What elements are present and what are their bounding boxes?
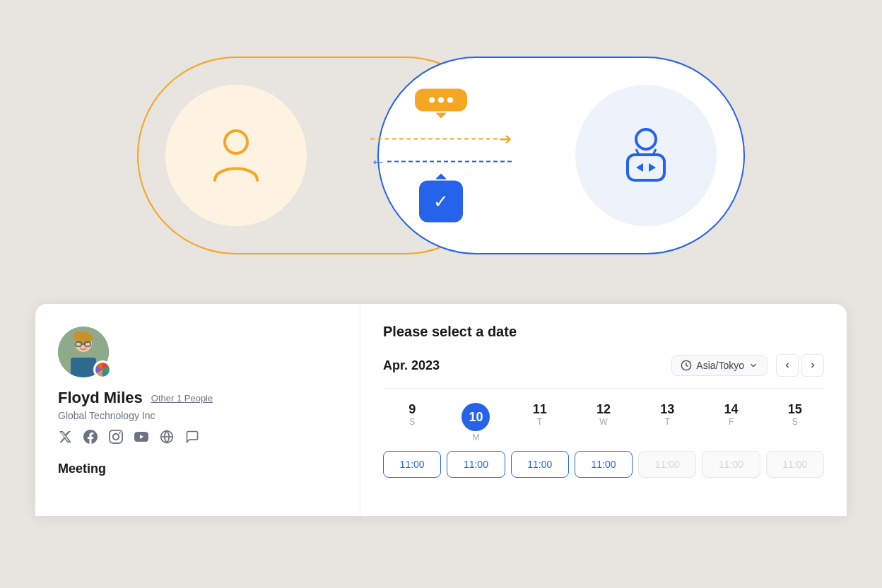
globe-icon[interactable]: [160, 430, 174, 447]
timezone-selector[interactable]: Asia/Tokyo: [671, 355, 768, 376]
youtube-icon[interactable]: [134, 430, 148, 447]
day-12[interactable]: 12 W: [575, 403, 633, 442]
center-interaction: ➔ ← ✓: [370, 89, 512, 223]
person-icon-orange: [208, 124, 264, 187]
time-slot-1[interactable]: 11:00: [447, 451, 505, 478]
day-letter-10: M: [447, 433, 505, 442]
dot1: [429, 98, 435, 103]
svg-point-0: [225, 131, 247, 153]
time-slot-5: 11:00: [702, 451, 760, 478]
instagram-icon[interactable]: [109, 430, 123, 447]
twitter-icon[interactable]: [58, 430, 72, 447]
day-letter-9: S: [383, 417, 441, 427]
day-num-13: 13: [638, 403, 696, 416]
badge-icon: [93, 360, 112, 379]
check-bubble-blue: ✓: [419, 181, 463, 223]
chevron-down-icon: [748, 360, 758, 370]
social-icons-row: [58, 430, 337, 447]
checkmark-icon: ✓: [433, 191, 449, 213]
svg-point-8: [74, 331, 82, 341]
hero-section: ➔ ← ✓: [0, 0, 882, 304]
right-avatar-circle: [575, 85, 717, 226]
day-num-14: 14: [702, 403, 760, 416]
calendar-header: Apr. 2023 Asia/Tokyo: [383, 354, 824, 389]
timezone-label: Asia/Tokyo: [696, 360, 744, 371]
bottom-panel: Floyd Miles Other 1 People Global Techno…: [35, 304, 847, 516]
next-month-button[interactable]: [801, 354, 824, 377]
day-letter-11: T: [511, 417, 569, 427]
clock-icon: [681, 360, 692, 371]
time-slot-2[interactable]: 11:00: [511, 451, 569, 478]
svg-rect-9: [71, 358, 96, 377]
day-num-11: 11: [511, 403, 569, 416]
day-10[interactable]: 10 M: [447, 403, 505, 442]
month-year: Apr. 2023: [383, 358, 440, 373]
time-slot-6: 11:00: [766, 451, 824, 478]
right-calendar-panel: Please select a date Apr. 2023 Asia/Toky…: [360, 304, 847, 516]
prev-month-button[interactable]: [776, 354, 799, 377]
right-arrow-row: ➔: [370, 130, 512, 148]
svg-rect-10: [76, 342, 81, 346]
times-row: 11:00 11:00 11:00 11:00 11:00 11:00 11:0…: [383, 451, 824, 478]
colorful-circle: [95, 363, 110, 377]
svg-rect-2: [628, 155, 664, 180]
day-letter-13: T: [638, 417, 696, 427]
person-name: Floyd Miles: [58, 389, 143, 407]
day-num-12: 12: [575, 403, 633, 416]
avatar-wrapper: [58, 327, 109, 377]
day-9[interactable]: 9 S: [383, 403, 441, 442]
dot3: [447, 98, 453, 103]
time-slot-4: 11:00: [638, 451, 696, 478]
day-letter-12: W: [575, 417, 633, 427]
left-arrow-row: ←: [370, 153, 512, 171]
nav-buttons: [776, 354, 824, 377]
chat-icon[interactable]: [185, 430, 199, 447]
day-11[interactable]: 11 T: [511, 403, 569, 442]
day-num-9: 9: [383, 403, 441, 416]
agent-icon-blue: [618, 124, 674, 187]
svg-point-1: [636, 129, 656, 149]
day-13[interactable]: 13 T: [638, 403, 696, 442]
left-profile-panel: Floyd Miles Other 1 People Global Techno…: [35, 304, 360, 516]
chevron-left-icon: [783, 361, 792, 370]
left-avatar-circle: [165, 85, 307, 226]
select-date-title: Please select a date: [383, 324, 824, 340]
day-letter-14: F: [702, 417, 760, 427]
days-row: 9 S 10 M 11 T 12 W 13 T: [383, 403, 824, 442]
day-num-10: 10: [461, 403, 490, 431]
meeting-label: Meeting: [58, 461, 337, 476]
day-letter-15: S: [766, 417, 824, 427]
day-14[interactable]: 14 F: [702, 403, 760, 442]
dot2: [438, 98, 444, 103]
company-name: Global Technology Inc: [58, 410, 337, 421]
chevron-right-icon: [808, 361, 817, 370]
day-15[interactable]: 15 S: [766, 403, 824, 442]
pill-container: ➔ ← ✓: [137, 42, 745, 269]
time-slot-3[interactable]: 11:00: [575, 451, 633, 478]
other-people-link[interactable]: Other 1 People: [151, 393, 213, 404]
chat-bubble-orange: [415, 89, 467, 112]
svg-rect-11: [85, 342, 90, 346]
facebook-icon[interactable]: [83, 430, 98, 447]
person-name-row: Floyd Miles Other 1 People: [58, 389, 337, 407]
time-slot-0[interactable]: 11:00: [383, 451, 441, 478]
day-num-15: 15: [766, 403, 824, 416]
